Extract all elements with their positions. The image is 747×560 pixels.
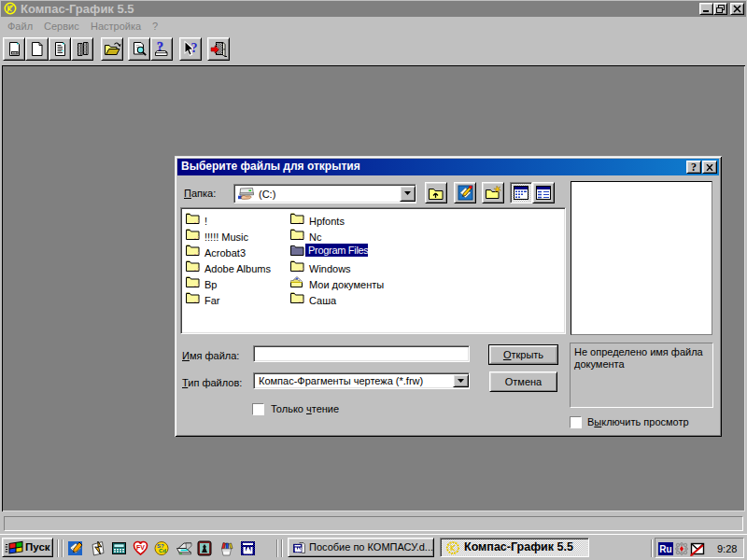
svg-text:Cd: Cd xyxy=(159,548,166,553)
svg-text:?: ? xyxy=(190,41,197,55)
svg-text:FV: FV xyxy=(136,544,145,551)
